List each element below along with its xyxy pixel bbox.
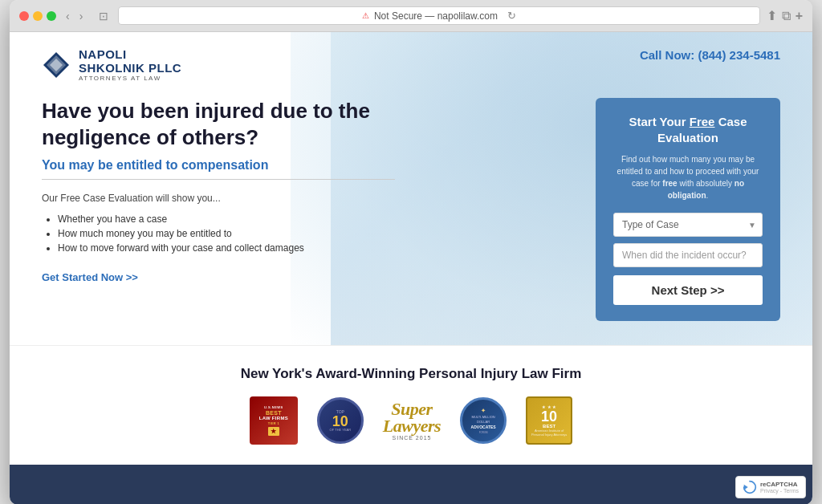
- window-mode-button[interactable]: ⊡: [96, 8, 112, 24]
- award-badge-usnews: U.S.NEWS BEST LAW FIRMS TIER 1 ★: [250, 396, 298, 445]
- next-step-button[interactable]: Next Step >>: [613, 275, 763, 305]
- duplicate-button[interactable]: ⧉: [782, 9, 791, 23]
- browser-actions: ⬆ ⧉ +: [767, 8, 803, 23]
- logo-area: NAPOLI SHKOLNIK PLLC ATTORNEYS AT LAW: [42, 48, 181, 82]
- traffic-lights: [19, 11, 56, 21]
- footer-section: reCAPTCHA Privacy - Terms: [10, 465, 812, 504]
- maximize-button[interactable]: [47, 11, 56, 21]
- site-header: NAPOLI SHKOLNIK PLLC ATTORNEYS AT LAW Ca…: [42, 48, 780, 82]
- usnews-badge-icon: U.S.NEWS BEST LAW FIRMS TIER 1 ★: [250, 396, 298, 445]
- hero-section: NAPOLI SHKOLNIK PLLC ATTORNEYS AT LAW Ca…: [10, 32, 812, 345]
- awards-section: New York's Award-Winning Personal Injury…: [10, 345, 812, 465]
- award-badge-seal: ✦ MULTI-MILLION DOLLAR ADVOCATES FORUM: [460, 397, 507, 444]
- list-item: Whether you have a case: [58, 213, 395, 225]
- awards-title: New York's Award-Winning Personal Injury…: [42, 366, 780, 382]
- recaptcha-badge: reCAPTCHA Privacy - Terms: [735, 476, 806, 498]
- top10-badge-icon: TOP 10 OF THE YEAR: [317, 397, 364, 444]
- logo-diamond-icon: [42, 51, 71, 79]
- footer-bar: [10, 465, 812, 504]
- list-item: How to move forward with your case and c…: [58, 242, 395, 254]
- superlawyers-badge-icon: Super Lawyers since 2015: [383, 400, 441, 441]
- nav-buttons: ‹ ›: [63, 8, 86, 24]
- case-type-select-wrapper: Type of Case Personal Injury Medical Mal…: [613, 213, 763, 237]
- logo-tagline: ATTORNEYS AT LAW: [79, 75, 181, 82]
- browser-window: ‹ › ⊡ ⚠ Not Secure — napolilaw.com ↻ ⬆ ⧉…: [10, 0, 812, 504]
- logo-text: NAPOLI SHKOLNIK PLLC ATTORNEYS AT LAW: [79, 48, 181, 82]
- recaptcha-icon: [743, 480, 757, 494]
- new-tab-button[interactable]: +: [796, 9, 803, 23]
- recaptcha-sub: Privacy - Terms: [760, 488, 799, 494]
- share-button[interactable]: ⬆: [767, 8, 777, 23]
- svg-marker-3: [744, 485, 748, 490]
- get-started-link[interactable]: Get Started Now >>: [42, 271, 138, 283]
- hero-list: Whether you have a case How much money y…: [42, 213, 395, 254]
- tenbest-badge-icon: ★ ★ ★ 10 BEST American Institute ofPerso…: [526, 396, 572, 445]
- award-badge-top10: TOP 10 OF THE YEAR: [317, 397, 364, 444]
- url-text: Not Secure — napolilaw.com: [374, 10, 498, 22]
- back-button[interactable]: ‹: [63, 8, 73, 24]
- incident-date-input[interactable]: [613, 243, 763, 267]
- eval-form-card: Start Your Free Case Evaluation Find out…: [596, 98, 780, 321]
- page-content: NAPOLI SHKOLNIK PLLC ATTORNEYS AT LAW Ca…: [10, 32, 812, 504]
- minimize-button[interactable]: [33, 11, 43, 21]
- hero-intro: Our Free Case Evaluation will show you..…: [42, 193, 395, 204]
- phone-number[interactable]: Call Now: (844) 234-5481: [640, 48, 780, 62]
- awards-badges: U.S.NEWS BEST LAW FIRMS TIER 1 ★ TOP 10 …: [42, 396, 780, 445]
- list-item: How much money you may be entitled to: [58, 228, 395, 239]
- hero-subheadline: You may be entitled to compensation: [42, 158, 395, 173]
- hero-headline: Have you been injured due to the neglige…: [42, 98, 395, 150]
- address-bar[interactable]: ⚠ Not Secure — napolilaw.com ↻: [118, 6, 759, 25]
- hero-left-content: Have you been injured due to the neglige…: [42, 98, 395, 284]
- refresh-icon[interactable]: ↻: [507, 10, 516, 22]
- seal-badge-icon: ✦ MULTI-MILLION DOLLAR ADVOCATES FORUM: [460, 397, 507, 444]
- close-button[interactable]: [19, 11, 29, 21]
- case-type-select[interactable]: Type of Case Personal Injury Medical Mal…: [613, 213, 763, 237]
- logo-firm-name: NAPOLI SHKOLNIK PLLC: [79, 48, 181, 75]
- hero-divider: [42, 179, 395, 180]
- browser-chrome: ‹ › ⊡ ⚠ Not Secure — napolilaw.com ↻ ⬆ ⧉…: [10, 0, 812, 32]
- eval-card-title: Start Your Free Case Evaluation: [613, 114, 763, 145]
- award-badge-superlawyers: Super Lawyers since 2015: [383, 400, 441, 441]
- forward-button[interactable]: ›: [76, 8, 87, 24]
- recaptcha-label: reCAPTCHA: [760, 481, 799, 488]
- insecure-icon: ⚠: [362, 11, 369, 20]
- award-badge-10best: ★ ★ ★ 10 BEST American Institute ofPerso…: [526, 396, 572, 445]
- eval-card-description: Find out how much many you may be entitl…: [613, 153, 763, 201]
- hero-body: Have you been injured due to the neglige…: [42, 98, 780, 321]
